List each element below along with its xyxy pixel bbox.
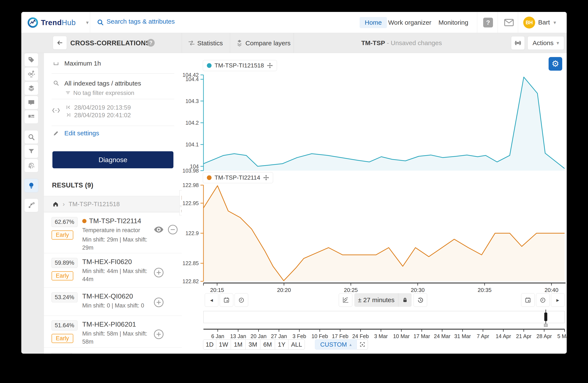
range-1m-button[interactable]: 1M [231, 339, 246, 350]
trend-chart-2[interactable]: 122.98122.95122.9122.85122.82 [180, 183, 567, 284]
series-legend-2[interactable]: TM-TSP-TI22114 [203, 172, 273, 183]
edit-settings-link[interactable]: Edit settings [64, 130, 99, 137]
result-item[interactable]: 51.64% Early TM-HEX-PI06201 Min shift: 5… [44, 316, 182, 347]
move-icon[interactable] [263, 175, 269, 181]
funnel-icon [28, 148, 35, 155]
svg-text:10 Mar: 10 Mar [393, 333, 410, 339]
clock-button[interactable] [234, 293, 248, 307]
sidebar-item-comments[interactable] [24, 96, 38, 109]
result-item[interactable]: 53.24% TM-HEX-QI0620 Min shift: 0 | Max … [44, 287, 182, 316]
trend-chart-1[interactable]: 104.42104.4104.3104.2104.1104103.98 [180, 72, 567, 173]
broadcast-button[interactable] [511, 36, 525, 50]
series-legend-1[interactable]: TM-TSP-TI121518 [203, 60, 277, 71]
timeline-navigator[interactable]: 6 Jan13 Jan20 Jan27 Jan3 Feb10 Feb17 Feb… [180, 310, 567, 341]
cross-correlations-panel: Maximum 1h All indexed tags / attributes… [44, 53, 182, 354]
sidebar-item-suggestions[interactable] [24, 179, 38, 192]
sidebar-item-formulas[interactable] [24, 67, 38, 81]
calendar-button-right[interactable] [521, 293, 535, 307]
lock-icon[interactable] [402, 297, 408, 303]
svg-text:24 Mar: 24 Mar [434, 333, 451, 339]
remove-minus-icon[interactable] [168, 224, 178, 235]
result-title: TM-HEX-PI06202 [82, 352, 153, 354]
sidebar-item-filter[interactable] [24, 144, 38, 158]
broadcast-icon [514, 39, 522, 47]
range-6m-button[interactable]: 6M [260, 339, 275, 350]
range-button-group: 1D 1W 1M 3M 6M 1Y ALL [203, 339, 305, 350]
search-input[interactable] [106, 18, 256, 25]
user-name[interactable]: Bart [538, 19, 550, 26]
period-end-icon [66, 112, 71, 118]
diagnose-button[interactable]: Diagnose [52, 151, 173, 168]
result-item[interactable]: 59.89% Early TM-HEX-FI0620 Min shift: 44… [44, 253, 182, 287]
chart-settings-gear-icon[interactable]: ⚙ [548, 57, 562, 71]
calendar-button[interactable] [220, 293, 233, 307]
help-icon[interactable]: ? [483, 18, 493, 27]
interval-icon [53, 60, 59, 67]
pan-right-button[interactable]: ▸ [551, 293, 565, 307]
result-item[interactable]: TM-HEX-PI06202 [44, 347, 182, 354]
clock-button-right[interactable] [536, 293, 550, 307]
sidebar-item-search[interactable] [24, 130, 38, 144]
visibility-eye-icon[interactable] [153, 224, 164, 235]
chevron-up-icon: ▴ [349, 342, 352, 347]
user-chevron-down-icon[interactable]: ▾ [553, 19, 556, 25]
custom-range-button[interactable]: CUSTOM ▴ [315, 339, 357, 350]
history-clock-icon [417, 296, 424, 304]
chart-pane: ⚙ TM-TSP-TI121518 104.42104.4104.3104.21… [182, 53, 567, 354]
range-1d-button[interactable]: 1D [203, 339, 216, 350]
svg-text:20:30: 20:30 [411, 287, 425, 293]
actions-button[interactable]: Actions ▾ [527, 36, 564, 50]
svg-text:104.2: 104.2 [185, 120, 199, 126]
time-offset-value: ± 27 minutes [354, 296, 398, 304]
sidebar-item-tags[interactable] [24, 53, 38, 67]
sidebar-item-dashboards[interactable] [24, 110, 38, 124]
svg-text:14 Apr: 14 Apr [496, 333, 511, 339]
series-color-dot [207, 63, 211, 68]
nav-work-organizer[interactable]: Work organizer [388, 17, 431, 28]
range-all-button[interactable]: ALL [288, 339, 305, 350]
result-title: TM-TSP-TI22114 [82, 217, 153, 225]
left-icon-rail [21, 53, 44, 354]
move-icon[interactable] [267, 62, 273, 69]
brand-chevron-down-icon[interactable]: ▾ [86, 19, 89, 25]
filter-expression-setting: No tag filter expression [73, 90, 134, 96]
add-plus-icon[interactable] [153, 267, 164, 278]
svg-text:20:40: 20:40 [545, 287, 558, 293]
compressed-view-button[interactable] [339, 293, 352, 307]
sidebar-item-context[interactable] [24, 198, 38, 212]
mail-icon[interactable] [504, 19, 514, 26]
tool-help-icon[interactable]: ? [147, 39, 155, 47]
add-plus-icon[interactable] [153, 297, 164, 308]
avatar[interactable]: BH [523, 17, 535, 29]
compare-layers-button[interactable]: Compare layers [245, 39, 291, 47]
range-1w-button[interactable]: 1W [216, 339, 231, 350]
sidebar-item-layers[interactable] [24, 81, 38, 95]
nav-home[interactable]: Home [360, 17, 387, 28]
early-badge: Early [52, 271, 73, 280]
statistics-icon [188, 40, 195, 46]
range-3m-button[interactable]: 3M [245, 339, 260, 350]
calendar-icon [525, 297, 531, 304]
breadcrumb[interactable]: › TM-TSP-TI121518 [44, 196, 182, 212]
actions-label: Actions [533, 39, 553, 47]
pan-left-button[interactable]: ◂ [205, 293, 218, 307]
sidebar-item-fingerprint[interactable] [24, 159, 38, 172]
svg-text:104.4: 104.4 [185, 76, 199, 82]
add-plus-icon[interactable] [153, 329, 164, 340]
range-1y-button[interactable]: 1Y [275, 339, 289, 350]
time-offset-control[interactable]: ± 27 minutes [354, 293, 412, 307]
nav-monitoring[interactable]: Monitoring [439, 17, 468, 28]
history-button[interactable] [414, 293, 427, 307]
result-shift: Min shift: 0 | Max shift: 0 [82, 302, 153, 310]
back-button[interactable] [53, 36, 67, 50]
series-color-dot [82, 219, 86, 223]
fit-view-button[interactable] [357, 339, 368, 350]
result-item[interactable]: 62.67% Early TM-TSP-TI22114 Temperature … [44, 212, 182, 253]
correlation-percent-badge: 59.89% [52, 258, 78, 268]
result-title: TM-HEX-PI06201 [82, 321, 153, 328]
svg-text:20:15: 20:15 [210, 287, 224, 293]
filter-expression-icon [65, 90, 71, 96]
calendar-icon [223, 297, 230, 304]
statistics-button[interactable]: Statistics [197, 39, 223, 47]
correlation-percent-badge [52, 352, 72, 354]
